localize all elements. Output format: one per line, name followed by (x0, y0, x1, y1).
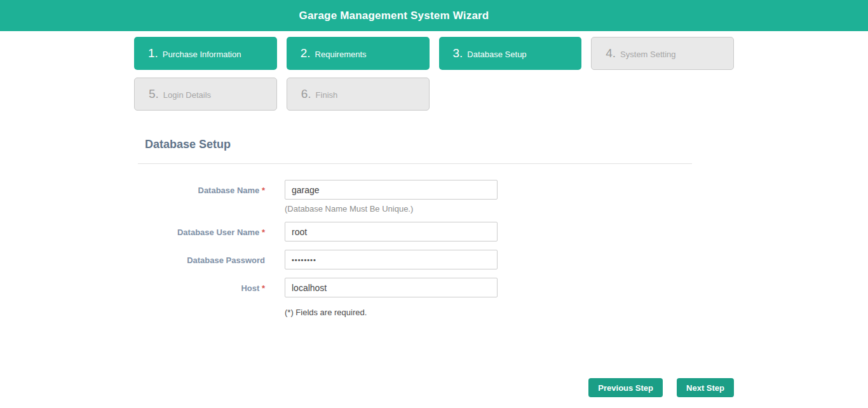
app-header: Garage Management System Wizard (0, 0, 868, 31)
step-tab-purchase-information[interactable]: 1. Purchase Information (134, 37, 277, 70)
wizard-footer: Previous Step Next Step (134, 378, 734, 397)
field-label: Database Password (138, 250, 265, 269)
required-note: (*) Fields are required. (285, 308, 692, 317)
step-label: Purchase Information (163, 50, 241, 59)
database-user-name-input[interactable] (285, 222, 498, 241)
section-divider (138, 163, 692, 164)
form-row: Host * (138, 278, 692, 297)
form-rows: Database Name * (Database Name Must Be U… (138, 180, 692, 297)
next-step-button[interactable]: Next Step (677, 378, 734, 397)
step-label: Database Setup (467, 50, 526, 59)
step-label: System Setting (620, 50, 675, 59)
database-name-input[interactable] (285, 180, 498, 200)
previous-step-button[interactable]: Previous Step (588, 378, 663, 397)
field-label: Database User Name * (138, 222, 265, 241)
field-label: Database Name * (138, 180, 265, 214)
step-number: 5. (149, 87, 159, 101)
step-number: 4. (606, 46, 616, 60)
step-number: 2. (301, 46, 311, 60)
form-row: Database Name * (Database Name Must Be U… (138, 180, 692, 214)
host-input[interactable] (285, 278, 498, 297)
form-row: Database Password (138, 250, 692, 269)
step-label: Requirements (315, 50, 367, 59)
database-password-input[interactable] (285, 250, 498, 269)
form-row: Database User Name * (138, 222, 692, 241)
step-label: Finish (316, 90, 338, 100)
step-tab-requirements[interactable]: 2. Requirements (287, 37, 430, 70)
page-title: Garage Management System Wizard (299, 10, 489, 22)
step-number: 6. (301, 87, 311, 101)
step-label: Login Details (163, 90, 211, 100)
step-number: 3. (453, 46, 463, 60)
step-number: 1. (148, 46, 158, 60)
step-tab-finish[interactable]: 6. Finish (287, 78, 430, 111)
steps-grid: 1. Purchase Information 2. Requirements … (134, 37, 734, 111)
field-hint: (Database Name Must Be Unique.) (285, 204, 498, 214)
wizard-content: Database Setup Database Name * (Database… (138, 138, 692, 317)
step-tab-system-setting[interactable]: 4. System Setting (591, 37, 734, 70)
required-asterisk: * (259, 283, 265, 293)
step-tab-database-setup[interactable]: 3. Database Setup (439, 37, 582, 70)
field-label: Host * (138, 278, 265, 297)
step-tab-login-details[interactable]: 5. Login Details (134, 78, 277, 111)
section-title: Database Setup (138, 138, 692, 151)
required-asterisk: * (259, 186, 265, 195)
required-asterisk: * (259, 228, 265, 237)
